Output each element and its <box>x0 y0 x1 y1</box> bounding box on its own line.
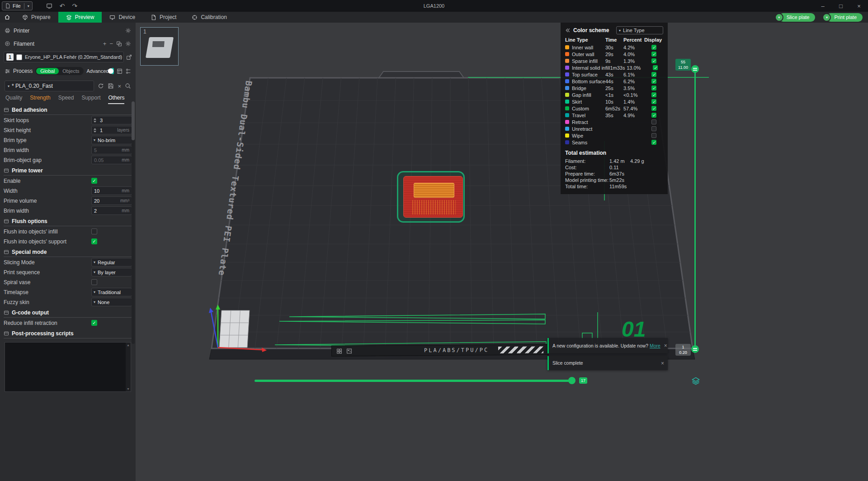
print-plate-dropdown-icon[interactable]: ▾ <box>822 13 831 22</box>
compare-settings-icon[interactable] <box>125 68 131 74</box>
tab-project[interactable]: Project <box>143 12 184 23</box>
post-processing-scripts-textarea[interactable]: ▲▼ <box>5 342 131 392</box>
prime-volume-input[interactable]: 20mm³ <box>91 196 132 205</box>
plate-thumbnail[interactable]: 1 <box>140 27 179 66</box>
home-icon[interactable] <box>0 14 14 20</box>
prime-tower-brim-width-input[interactable]: 2mm <box>91 206 132 215</box>
legend-row: Bridge 25s 3.5% <box>565 85 663 91</box>
advanced-toggle[interactable] <box>111 68 114 74</box>
add-filament-button[interactable]: + <box>103 41 107 47</box>
enable-checkbox[interactable] <box>91 178 97 184</box>
minimize-button[interactable]: – <box>814 0 832 12</box>
legend-row: Inner wall 30s 4.2% <box>565 44 663 51</box>
spiral-vase-checkbox[interactable] <box>91 279 97 285</box>
slice-plate-button[interactable]: Slice plate <box>779 13 816 22</box>
display-checkbox[interactable] <box>651 52 656 57</box>
display-checkbox[interactable] <box>651 99 656 104</box>
display-checkbox[interactable] <box>651 58 656 63</box>
timelapse-select[interactable]: ▾Traditional <box>91 288 132 296</box>
line-type-swatch <box>565 86 569 90</box>
printer-settings-gear-icon[interactable] <box>125 28 131 33</box>
display-checkbox[interactable] <box>651 45 656 50</box>
filament-selector[interactable]: 1 Eryone_HP_PLA Fehér (0.20mm_Standard) <box>4 52 124 62</box>
stepper-arrows[interactable] <box>92 128 98 133</box>
view-mode-select[interactable]: ▾ Line Type <box>616 26 663 34</box>
file-menu-chevron-icon[interactable]: ▾ <box>28 4 29 8</box>
filament-settings-gear-icon[interactable] <box>125 41 131 47</box>
viewport-3d[interactable]: Bambu Dual-Sided Textured PEI Plate PLA/… <box>136 23 868 481</box>
print-plate-button[interactable]: Print plate <box>826 13 863 22</box>
display-checkbox[interactable] <box>651 86 656 90</box>
layer-slider[interactable]: 5511.00 10.20 <box>674 57 705 360</box>
sync-filament-icon[interactable] <box>116 41 122 47</box>
close-icon[interactable]: × <box>660 343 667 349</box>
close-button[interactable]: × <box>850 0 868 12</box>
brim-object-gap-input[interactable]: 0.05mm <box>91 156 132 164</box>
skirt-height-stepper[interactable]: 1layers <box>91 126 132 134</box>
slicing-mode-select[interactable]: ▾Regular <box>91 258 132 267</box>
process-scope-switch[interactable]: Global Objects <box>35 67 84 75</box>
save-project-icon[interactable] <box>46 3 52 9</box>
scope-global[interactable]: Global <box>36 68 59 74</box>
objects-list-icon[interactable] <box>117 68 123 74</box>
brim-type-select[interactable]: ▾No-brim <box>91 136 132 144</box>
process-label: Process <box>13 68 33 74</box>
brim-width-input[interactable]: 5mm <box>91 146 132 154</box>
display-checkbox[interactable] <box>651 126 656 131</box>
process-row: Process Global Objects Advanced <box>0 65 136 77</box>
prime-tower-width-input[interactable]: 10mm <box>91 186 132 195</box>
file-menu-button[interactable]: File ▾ <box>2 1 33 10</box>
close-icon[interactable]: × <box>657 360 664 367</box>
stepper-arrows[interactable] <box>92 118 98 123</box>
display-checkbox[interactable] <box>651 133 656 138</box>
print-sequence-select[interactable]: ▾By layer <box>91 268 132 276</box>
display-checkbox[interactable] <box>651 92 656 97</box>
printer-section-header[interactable]: Printer <box>0 25 136 36</box>
flush-infill-checkbox[interactable] <box>91 229 97 234</box>
reset-preset-icon[interactable] <box>98 83 104 89</box>
display-checkbox[interactable] <box>651 72 656 77</box>
undo-icon[interactable]: ↶ <box>60 2 65 10</box>
move-slider-track[interactable] <box>255 380 575 382</box>
redo-icon[interactable]: ↷ <box>72 2 77 10</box>
save-preset-icon[interactable] <box>108 83 114 89</box>
tab-calibration[interactable]: Calibration <box>184 12 234 23</box>
scope-objects[interactable]: Objects <box>59 68 83 74</box>
move-slider-handle[interactable] <box>568 377 576 384</box>
layer-slider-track[interactable] <box>694 69 696 349</box>
filament-section-header[interactable]: Filament + − <box>0 38 136 49</box>
reduce-infill-retraction-checkbox[interactable] <box>91 320 97 326</box>
sidebar-scrollbar[interactable] <box>132 101 135 344</box>
display-checkbox[interactable] <box>651 106 656 111</box>
display-checkbox[interactable] <box>651 119 656 124</box>
param-tab-quality[interactable]: Quality <box>5 92 22 104</box>
remove-filament-button[interactable]: − <box>109 41 113 47</box>
textarea-scrollbar[interactable]: ▲▼ <box>126 343 131 391</box>
tab-prepare[interactable]: Prepare <box>14 12 58 23</box>
flush-support-checkbox[interactable] <box>91 238 97 244</box>
slice-plate-dropdown-icon[interactable]: ▾ <box>775 13 783 22</box>
move-slider[interactable]: 17 <box>255 376 598 386</box>
param-tab-support[interactable]: Support <box>81 92 100 104</box>
collapse-panel-icon[interactable] <box>565 28 571 33</box>
toggle-legend-layers-icon[interactable] <box>690 376 701 386</box>
edit-filament-icon[interactable] <box>126 54 132 60</box>
display-checkbox[interactable] <box>653 65 658 70</box>
param-tab-strength[interactable]: Strength <box>30 92 50 104</box>
delete-preset-icon[interactable]: × <box>118 83 121 89</box>
display-checkbox[interactable] <box>651 79 656 84</box>
layer-slider-bottom-handle[interactable] <box>691 345 699 353</box>
fuzzy-skin-select[interactable]: ▾None <box>91 298 132 306</box>
layer-slider-top-handle[interactable] <box>691 65 699 73</box>
display-checkbox[interactable] <box>651 140 656 145</box>
param-tab-speed[interactable]: Speed <box>58 92 74 104</box>
skirt-loops-stepper[interactable]: 3 <box>91 116 132 124</box>
tab-device[interactable]: Device <box>102 12 143 23</box>
process-preset-select[interactable]: ▾ * PLA_0.20_Fast <box>5 81 94 91</box>
maximize-button[interactable]: □ <box>832 0 850 12</box>
search-icon[interactable] <box>125 83 131 89</box>
update-more-link[interactable]: More <box>650 343 660 348</box>
param-tab-others[interactable]: Others <box>108 92 124 104</box>
display-checkbox[interactable] <box>651 113 656 118</box>
tab-preview[interactable]: Preview <box>58 12 102 23</box>
